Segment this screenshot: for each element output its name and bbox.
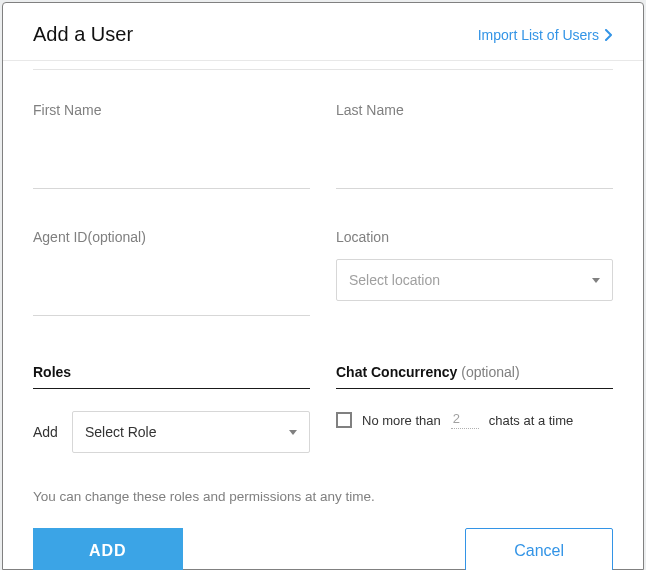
chat-header: Chat Concurrency (optional) — [336, 364, 613, 389]
chat-suffix: chats at a time — [489, 413, 574, 428]
chat-value-input[interactable] — [451, 411, 479, 429]
chat-header-text: Chat Concurrency — [336, 364, 461, 380]
roles-note: You can change these roles and permissio… — [33, 489, 613, 504]
location-select[interactable]: Select location — [336, 259, 613, 301]
roles-chat-row: Roles Add Select Role Chat Concurrency (… — [33, 364, 613, 453]
agent-location-row: Agent ID(optional) Location Select locat… — [33, 229, 613, 316]
role-select-placeholder: Select Role — [85, 424, 157, 440]
chat-header-optional: (optional) — [461, 364, 519, 380]
agent-id-group: Agent ID(optional) — [33, 229, 310, 316]
divider — [33, 69, 613, 70]
chat-limit-checkbox[interactable] — [336, 412, 352, 428]
add-user-modal: Add a User Import List of Users First Na… — [2, 2, 644, 570]
last-name-group: Last Name — [336, 102, 613, 189]
agent-id-input[interactable] — [33, 277, 310, 316]
chevron-down-icon — [289, 430, 297, 435]
location-placeholder: Select location — [349, 272, 440, 288]
chat-prefix: No more than — [362, 413, 441, 428]
cancel-button[interactable]: Cancel — [465, 528, 613, 570]
add-button[interactable]: ADD — [33, 528, 183, 570]
modal-header: Add a User Import List of Users — [3, 3, 643, 61]
chat-limit-row: No more than chats at a time — [336, 411, 613, 429]
role-add-label: Add — [33, 424, 58, 440]
import-users-link[interactable]: Import List of Users — [478, 27, 613, 43]
first-name-group: First Name — [33, 102, 310, 189]
role-add-row: Add Select Role — [33, 411, 310, 453]
agent-id-label: Agent ID(optional) — [33, 229, 310, 245]
first-name-input[interactable] — [33, 150, 310, 189]
location-group: Location Select location — [336, 229, 613, 316]
chat-section: Chat Concurrency (optional) No more than… — [336, 364, 613, 453]
modal-title: Add a User — [33, 23, 133, 46]
name-row: First Name Last Name — [33, 102, 613, 189]
modal-footer: ADD Cancel — [3, 504, 643, 570]
chevron-right-icon — [603, 29, 613, 41]
first-name-label: First Name — [33, 102, 310, 118]
modal-body: First Name Last Name Agent ID(optional) … — [3, 61, 643, 504]
roles-section: Roles Add Select Role — [33, 364, 310, 453]
import-users-label: Import List of Users — [478, 27, 599, 43]
role-select[interactable]: Select Role — [72, 411, 310, 453]
last-name-input[interactable] — [336, 150, 613, 189]
last-name-label: Last Name — [336, 102, 613, 118]
location-label: Location — [336, 229, 613, 245]
chevron-down-icon — [592, 278, 600, 283]
roles-header: Roles — [33, 364, 310, 389]
